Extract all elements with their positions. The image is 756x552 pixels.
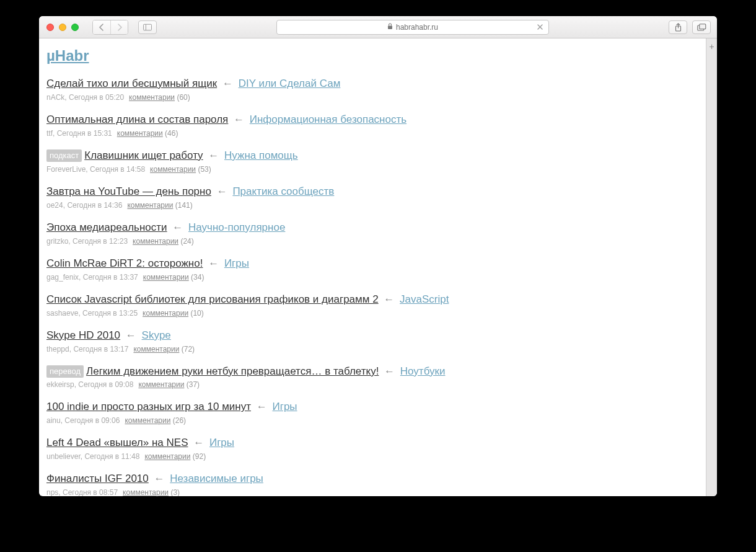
post-category-link[interactable]: Независимые игры [170,473,263,484]
comments-link[interactable]: комментарии [143,309,188,318]
comments-link[interactable]: комментарии [127,201,173,210]
comments-link[interactable]: комментарии [133,237,178,246]
post-title-link[interactable]: Оптимальная длина и состав пароля [46,114,228,125]
post-category-link[interactable]: Ноутбуки [400,365,446,377]
arrow-icon: ← [208,257,222,269]
forward-button[interactable] [110,20,128,34]
site-title[interactable]: µHabr [46,47,701,65]
browser-window: habrahabr.ru µHabr Сделай тихо или бесшу… [39,16,717,496]
post-item: Эпоха медиареальности ← Научно-популярно… [46,221,701,246]
post-category-link[interactable]: Игры [272,401,297,412]
post-title-link[interactable]: 100 indie и просто разных игр за 10 мину… [46,401,251,412]
post-item: Список Javascript библиотек для рисовани… [46,293,701,318]
comments-link[interactable]: комментарии [125,416,170,425]
post-title-line: Список Javascript библиотек для рисовани… [46,293,701,307]
comments-link[interactable]: комментарии [129,93,175,102]
address-bar[interactable]: habrahabr.ru [276,20,549,35]
post-meta: ttf, Сегодня в 15:31комментарии (46) [46,129,701,138]
arrow-icon: ← [193,437,207,448]
post-title-link[interactable]: Финалисты IGF 2010 [46,473,149,484]
comments-count: (34) [191,273,204,282]
post-title-line: Left 4 Dead «вышел» на NES ← Игры [46,436,701,450]
post-category-link[interactable]: DIY или Сделай Сам [239,78,341,89]
post-category-link[interactable]: Skype [142,329,171,341]
post-author: theppd [46,345,69,354]
post-author: nACk [46,93,64,102]
comments-link[interactable]: комментарии [123,488,169,496]
post-author: gag_fenix [46,273,79,282]
minimize-window-button[interactable] [59,24,66,31]
post-title-line: Оптимальная длина и состав пароля ← Инфо… [46,113,701,127]
post-item: Оптимальная длина и состав пароля ← Инфо… [46,113,701,138]
post-time: Сегодня в 13:17 [73,345,128,354]
post-title-line: Финалисты IGF 2010 ← Независимые игры [46,472,701,486]
post-author: ForeverLive [46,165,86,174]
post-badge: подкаст [46,149,82,162]
post-item: Сделай тихо или бесшумный ящик ← DIY или… [46,77,701,102]
close-window-button[interactable] [46,24,54,31]
comments-count: (46) [165,129,178,138]
post-title-link[interactable]: Эпоха медиареальности [46,221,167,233]
post-category-link[interactable]: Информационная безопасность [250,114,407,125]
post-title-link[interactable]: Colin McRae DiRT 2: осторожно! [46,257,203,269]
share-button[interactable] [669,20,687,34]
post-category-link[interactable]: Научно-популярное [188,221,285,233]
post-time: Сегодня в 11:48 [84,452,139,461]
post-meta: ainu, Сегодня в 09:06комментарии (26) [46,416,701,425]
arrow-icon: ← [384,365,398,377]
post-time: Сегодня в 09:08 [78,380,133,389]
comments-count: (53) [198,165,211,174]
post-item: подкастКлавишник ищет работу ← Нужна пом… [46,149,701,174]
post-meta: nACk, Сегодня в 05:20комментарии (60) [46,93,701,102]
sidebar-toggle-button[interactable] [138,20,157,34]
arrow-icon: ← [126,329,139,341]
post-title-link[interactable]: Завтра на YouTube — день порно [46,185,211,197]
toolbar-right [669,20,711,34]
post-meta: oe24, Сегодня в 14:36комментарии (141) [46,201,701,210]
new-tab-strip: + [706,38,717,496]
post-category-link[interactable]: Игры [209,437,234,448]
post-item: переводЛегким движением руки нетбук прев… [46,365,701,390]
post-author: ekkeirsp [46,380,74,389]
comments-count: (26) [173,416,186,425]
post-title-link[interactable]: Left 4 Dead «вышел» на NES [46,437,188,448]
maximize-window-button[interactable] [71,24,79,31]
post-title-link[interactable]: Список Javascript библиотек для рисовани… [46,293,379,305]
new-tab-button[interactable]: + [708,42,716,51]
post-meta: sashaeve, Сегодня в 13:25комментарии (10… [46,309,701,318]
post-title-line: Сделай тихо или бесшумный ящик ← DIY или… [46,77,701,91]
comments-link[interactable]: комментарии [144,452,190,461]
comments-link[interactable]: комментарии [143,273,189,282]
back-button[interactable] [93,20,110,34]
post-category-link[interactable]: JavaScript [400,293,449,305]
comments-link[interactable]: комментарии [150,165,196,174]
window-controls [45,24,79,31]
post-title-link[interactable]: Сделай тихо или бесшумный ящик [46,78,217,89]
post-item: Завтра на YouTube — день порно ← Практик… [46,185,701,210]
post-title-link[interactable]: Легким движением руки нетбук превращаетс… [86,365,379,377]
post-title-link[interactable]: Клавишник ищет работу [84,149,203,161]
arrow-icon: ← [172,221,186,233]
post-category-link[interactable]: Игры [224,257,249,269]
stop-reload-button[interactable] [535,22,545,32]
comments-count: (72) [182,345,195,354]
comments-count: (92) [193,452,206,461]
post-category-link[interactable]: Нужна помощь [224,149,298,161]
tabs-button[interactable] [692,20,711,34]
post-item: Left 4 Dead «вышел» на NES ← Игрыunbelie… [46,436,701,461]
post-title-line: Завтра на YouTube — день порно ← Практик… [46,185,701,199]
comments-link[interactable]: комментарии [117,129,163,138]
url-host: habrahabr.ru [396,23,438,32]
post-meta: theppd, Сегодня в 13:17комментарии (72) [46,345,701,354]
post-meta: nps, Сегодня в 08:57комментарии (3) [46,488,701,496]
comments-count: (24) [180,237,193,246]
post-title-line: 100 indie и просто разных игр за 10 мину… [46,400,701,414]
post-title-link[interactable]: Skype HD 2010 [46,329,120,341]
post-author: gritzko [46,237,68,246]
svg-rect-5 [699,24,705,29]
post-category-link[interactable]: Практика сообществ [232,185,334,197]
comments-link[interactable]: комментарии [138,380,184,389]
comments-link[interactable]: комментарии [133,345,179,354]
comments-count: (3) [170,488,180,496]
arrow-icon: ← [257,401,270,412]
